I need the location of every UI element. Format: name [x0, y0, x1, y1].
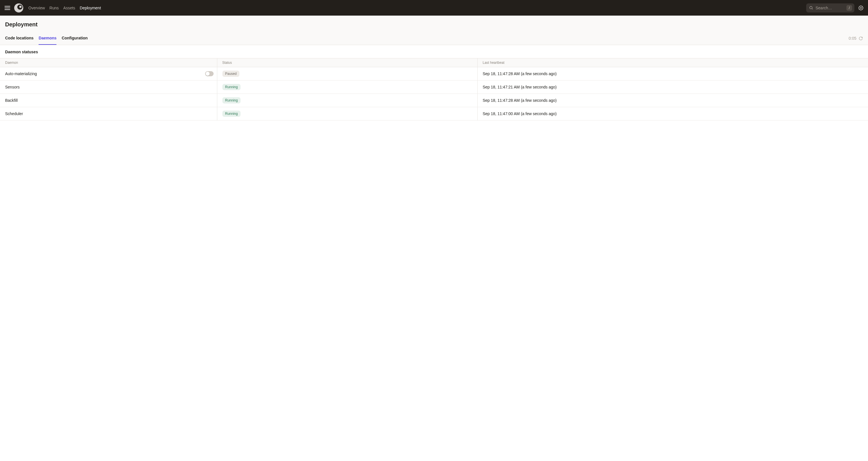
last-heartbeat: Sep 18, 11:47:21 AM (a few seconds ago) [477, 80, 868, 94]
table-row: SensorsRunningSep 18, 11:47:21 AM (a few… [0, 80, 868, 94]
page-header: Deployment Code locations Daemons Config… [0, 15, 868, 45]
page-title: Deployment [5, 21, 863, 28]
app-logo[interactable] [14, 3, 23, 12]
status-badge: Running [222, 97, 241, 103]
nav-link-overview[interactable]: Overview [28, 6, 45, 10]
last-heartbeat: Sep 18, 11:47:00 AM (a few seconds ago) [477, 107, 868, 121]
table-row: Auto-materializingPausedSep 18, 11:47:28… [0, 67, 868, 80]
nav-links: Overview Runs Assets Deployment [28, 6, 101, 10]
table-row: BackfillRunningSep 18, 11:47:28 AM (a fe… [0, 94, 868, 107]
col-header-heartbeat: Last heartbeat [477, 58, 868, 67]
daemon-name: Backfill [5, 98, 18, 103]
tab-row: Code locations Daemons Configuration 0:0… [5, 36, 863, 45]
nav-link-runs[interactable]: Runs [49, 6, 59, 10]
top-nav: Overview Runs Assets Deployment Search… … [0, 0, 868, 15]
col-header-status: Status [217, 58, 477, 67]
tab-daemons[interactable]: Daemons [38, 36, 57, 45]
last-heartbeat: Sep 18, 11:47:28 AM (a few seconds ago) [477, 67, 868, 80]
search-input[interactable]: Search… / [806, 3, 855, 12]
refresh-countdown: 0:05 [849, 36, 863, 44]
settings-icon[interactable] [858, 5, 864, 10]
col-header-daemon: Daemon [0, 58, 217, 67]
svg-point-0 [810, 6, 812, 9]
refresh-countdown-text: 0:05 [849, 36, 856, 40]
search-placeholder: Search… [815, 6, 844, 10]
daemon-toggle[interactable] [205, 71, 214, 76]
table-row: SchedulerRunningSep 18, 11:47:00 AM (a f… [0, 107, 868, 121]
tab-code-locations[interactable]: Code locations [5, 36, 33, 45]
section-heading: Daemon statuses [0, 45, 868, 58]
svg-line-1 [812, 8, 813, 9]
search-shortcut-key: / [846, 5, 852, 11]
daemon-name: Scheduler [5, 111, 23, 116]
status-badge: Running [222, 84, 241, 90]
daemon-name: Sensors [5, 85, 20, 89]
svg-point-2 [860, 7, 862, 8]
nav-link-assets[interactable]: Assets [63, 6, 75, 10]
daemon-table: Daemon Status Last heartbeat Auto-materi… [0, 58, 868, 121]
status-badge: Paused [222, 71, 240, 77]
status-badge: Running [222, 110, 241, 117]
search-icon [809, 6, 813, 10]
daemon-name: Auto-materializing [5, 71, 37, 76]
tab-configuration[interactable]: Configuration [62, 36, 88, 45]
nav-link-deployment[interactable]: Deployment [80, 6, 101, 10]
last-heartbeat: Sep 18, 11:47:28 AM (a few seconds ago) [477, 94, 868, 107]
menu-icon[interactable] [4, 5, 10, 11]
refresh-icon[interactable] [859, 36, 863, 40]
